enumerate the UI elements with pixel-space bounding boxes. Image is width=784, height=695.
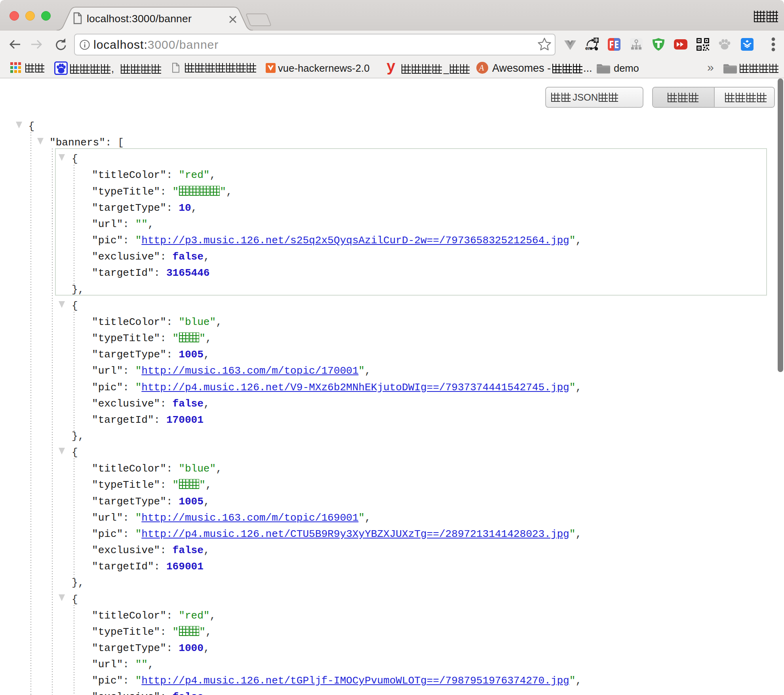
svg-text:A: A	[478, 63, 484, 72]
svg-text:en: en	[585, 45, 591, 51]
